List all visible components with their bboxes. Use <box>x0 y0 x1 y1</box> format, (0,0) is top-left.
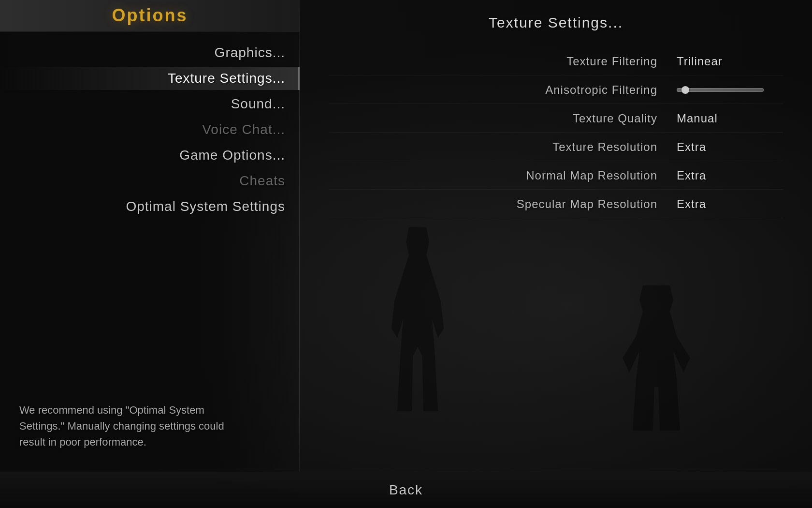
nav-item-game-options[interactable]: Game Options... <box>0 144 300 167</box>
nav-menu: Graphics... Texture Settings... Sound...… <box>0 31 300 221</box>
texture-filtering-label: Texture Filtering <box>338 55 677 68</box>
nav-item-sound-label: Sound... <box>231 96 285 112</box>
nav-item-texture-settings-label: Texture Settings... <box>168 71 285 86</box>
nav-item-graphics[interactable]: Graphics... <box>0 41 300 64</box>
texture-settings-panel: Texture Settings... Texture Filtering Tr… <box>300 0 812 226</box>
nav-item-cheats[interactable]: Cheats <box>0 169 300 193</box>
anisotropic-slider-thumb[interactable] <box>682 86 689 94</box>
nav-item-voice-chat-label: Voice Chat... <box>202 122 285 137</box>
options-title-text: Options <box>112 5 188 26</box>
setting-row-texture-filtering[interactable]: Texture Filtering Trilinear <box>329 48 783 75</box>
anisotropic-slider-container[interactable] <box>677 88 773 92</box>
nav-item-graphics-label: Graphics... <box>215 45 285 60</box>
nav-item-sound[interactable]: Sound... <box>0 92 300 116</box>
texture-resolution-label: Texture Resolution <box>338 140 677 154</box>
normal-map-resolution-label: Normal Map Resolution <box>338 169 677 182</box>
texture-quality-label: Texture Quality <box>338 112 677 125</box>
texture-filtering-value: Trilinear <box>677 55 773 68</box>
back-button[interactable]: Back <box>370 478 442 503</box>
nav-item-texture-settings[interactable]: Texture Settings... <box>0 67 300 90</box>
nav-item-cheats-label: Cheats <box>239 173 285 189</box>
options-title-bar: Options <box>0 0 300 31</box>
panel-divider <box>299 0 300 508</box>
texture-panel-title: Texture Settings... <box>329 7 783 38</box>
setting-row-specular-map-resolution[interactable]: Specular Map Resolution Extra <box>329 191 783 218</box>
normal-map-resolution-value: Extra <box>677 169 773 182</box>
setting-row-normal-map-resolution[interactable]: Normal Map Resolution Extra <box>329 162 783 190</box>
specular-map-resolution-label: Specular Map Resolution <box>338 197 677 211</box>
anisotropic-filtering-label: Anisotropic Filtering <box>338 83 677 97</box>
texture-resolution-value: Extra <box>677 140 773 154</box>
setting-row-texture-resolution[interactable]: Texture Resolution Extra <box>329 134 783 161</box>
specular-map-resolution-value: Extra <box>677 197 773 211</box>
nav-item-game-options-label: Game Options... <box>179 148 285 163</box>
recommendation-text-block: We recommend using "Optimal System Setti… <box>19 402 242 450</box>
bottom-bar: Back <box>0 472 812 508</box>
anisotropic-slider-track[interactable] <box>677 88 764 92</box>
recommendation-text: We recommend using "Optimal System Setti… <box>19 402 242 450</box>
nav-item-optimal-system[interactable]: Optimal System Settings <box>0 195 300 218</box>
nav-item-optimal-system-label: Optimal System Settings <box>126 199 285 214</box>
nav-item-voice-chat[interactable]: Voice Chat... <box>0 118 300 141</box>
setting-row-anisotropic-filtering[interactable]: Anisotropic Filtering <box>329 76 783 104</box>
setting-row-texture-quality[interactable]: Texture Quality Manual <box>329 105 783 133</box>
texture-quality-value: Manual <box>677 112 773 125</box>
